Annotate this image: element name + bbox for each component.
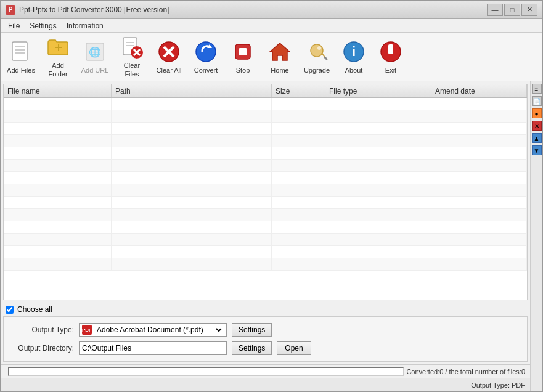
progress-bar <box>8 367 404 376</box>
upgrade-label: Upgrade <box>304 67 330 75</box>
svg-text:i: i <box>352 44 356 59</box>
menu-bar: File Settings Information <box>1 19 542 33</box>
menu-settings[interactable]: Settings <box>25 20 61 31</box>
output-type-label: Output Type: <box>12 325 74 334</box>
add-url-button: 🌐 Add URL <box>77 35 113 78</box>
close-button[interactable]: ✕ <box>521 4 537 16</box>
choose-all-row: Choose all <box>1 303 530 316</box>
table-row <box>4 172 527 184</box>
output-type-bar-text: Output Type: PDF <box>471 382 525 389</box>
add-files-icon <box>8 39 34 65</box>
home-icon <box>267 39 293 65</box>
table-row <box>4 258 527 271</box>
status-bar: Converted:0 / the total number of files:… <box>1 364 530 378</box>
sidebar-up-btn[interactable]: ▲ <box>532 133 542 143</box>
table-row <box>4 197 527 209</box>
pdf-icon: PDF <box>82 325 92 335</box>
table-row <box>4 135 527 147</box>
output-type-settings-button[interactable]: Settings <box>232 323 272 337</box>
table-row <box>4 98 527 110</box>
about-label: About <box>345 67 363 75</box>
upgrade-icon <box>304 39 330 65</box>
toolbar: Add Files Add Folder 🌐 Add URL <box>1 33 542 81</box>
main-content: File name Path Size File type Amend date <box>1 81 542 391</box>
clear-all-button[interactable]: Clear All <box>151 35 187 78</box>
exit-button[interactable]: Exit <box>373 35 409 78</box>
output-type-select-wrapper: PDF Adobe Acrobat Document (*.pdf) <box>79 323 227 337</box>
app-window: P Ppt-Pptx to Pdf Converter 3000 [Free v… <box>0 0 543 392</box>
table-row <box>4 184 527 197</box>
output-dir-input[interactable] <box>79 341 227 355</box>
table-header: File name Path Size File type Amend date <box>4 84 527 98</box>
convert-button[interactable]: Convert <box>188 35 224 78</box>
table-row <box>4 221 527 234</box>
col-filename: File name <box>4 84 112 97</box>
output-dir-open-button[interactable]: Open <box>277 341 311 355</box>
svg-text:🌐: 🌐 <box>89 46 101 58</box>
bottom-panel: Output Type: PDF Adobe Acrobat Document … <box>3 316 528 362</box>
app-icon: P <box>6 5 15 15</box>
stop-label: Stop <box>236 67 250 75</box>
output-type-row: Output Type: PDF Adobe Acrobat Document … <box>12 323 518 337</box>
window-title: Ppt-Pptx to Pdf Converter 3000 [Free ver… <box>19 6 169 14</box>
home-button[interactable]: Home <box>262 35 298 78</box>
table-row <box>4 110 527 123</box>
add-files-label: Add Files <box>7 67 35 75</box>
stop-icon <box>230 39 256 65</box>
exit-icon <box>378 39 404 65</box>
svg-rect-0 <box>12 42 27 60</box>
svg-point-22 <box>311 44 323 57</box>
col-size: Size <box>272 84 325 97</box>
svg-point-17 <box>196 42 216 62</box>
maximize-button[interactable]: □ <box>504 4 520 16</box>
sidebar-scroll-up[interactable]: ≡ <box>532 84 542 94</box>
output-type-select[interactable]: Adobe Acrobat Document (*.pdf) <box>94 325 224 335</box>
col-amenddate: Amend date <box>431 84 527 97</box>
file-list-area: File name Path Size File type Amend date <box>1 81 530 391</box>
add-url-label: Add URL <box>81 67 109 75</box>
minimize-button[interactable]: — <box>487 4 503 16</box>
add-folder-label: Add Folder <box>42 62 74 78</box>
table-body[interactable] <box>4 98 527 300</box>
upgrade-button[interactable]: Upgrade <box>299 35 335 78</box>
title-bar: P Ppt-Pptx to Pdf Converter 3000 [Free v… <box>1 1 542 19</box>
sidebar-page[interactable]: 📄 <box>532 96 542 106</box>
svg-rect-5 <box>58 44 59 51</box>
svg-rect-29 <box>388 44 393 54</box>
sidebar-orange-btn[interactable]: ● <box>532 108 542 118</box>
add-files-button[interactable]: Add Files <box>3 35 39 78</box>
svg-line-25 <box>325 57 327 59</box>
menu-file[interactable]: File <box>3 20 25 31</box>
stop-button[interactable]: Stop <box>225 35 261 78</box>
output-dir-row: Output Directory: Settings Open <box>12 341 518 355</box>
choose-all-checkbox[interactable] <box>6 306 14 314</box>
output-dir-label: Output Directory: <box>12 344 74 353</box>
output-type-bar: Output Type: PDF <box>1 378 530 391</box>
convert-label: Convert <box>194 67 218 75</box>
convert-icon <box>193 39 219 65</box>
sidebar-down-btn[interactable]: ▼ <box>532 145 542 155</box>
title-controls: — □ ✕ <box>487 4 537 16</box>
about-icon: i <box>341 39 367 65</box>
right-sidebar: ≡ 📄 ● ✕ ▲ ▼ <box>530 81 542 391</box>
col-filetype: File type <box>325 84 431 97</box>
clear-files-icon <box>119 35 145 60</box>
title-bar-left: P Ppt-Pptx to Pdf Converter 3000 [Free v… <box>6 5 169 15</box>
file-table: File name Path Size File type Amend date <box>3 84 528 300</box>
clear-files-button[interactable]: Clear Files <box>114 35 150 78</box>
choose-all-label[interactable]: Choose all <box>17 305 52 314</box>
about-button[interactable]: i About <box>336 35 372 78</box>
svg-point-23 <box>317 46 321 50</box>
output-dir-settings-button[interactable]: Settings <box>232 341 272 355</box>
svg-marker-21 <box>270 43 290 60</box>
add-url-icon: 🌐 <box>82 39 108 65</box>
menu-information[interactable]: Information <box>62 20 108 31</box>
table-row <box>4 160 527 172</box>
sidebar-red-btn[interactable]: ✕ <box>532 121 542 131</box>
clear-all-label: Clear All <box>157 67 182 75</box>
clear-files-label: Clear Files <box>116 62 148 78</box>
home-label: Home <box>271 67 288 75</box>
add-folder-button[interactable]: Add Folder <box>40 35 76 78</box>
exit-label: Exit <box>385 67 396 75</box>
status-text: Converted:0 / the total number of files:… <box>406 368 525 375</box>
